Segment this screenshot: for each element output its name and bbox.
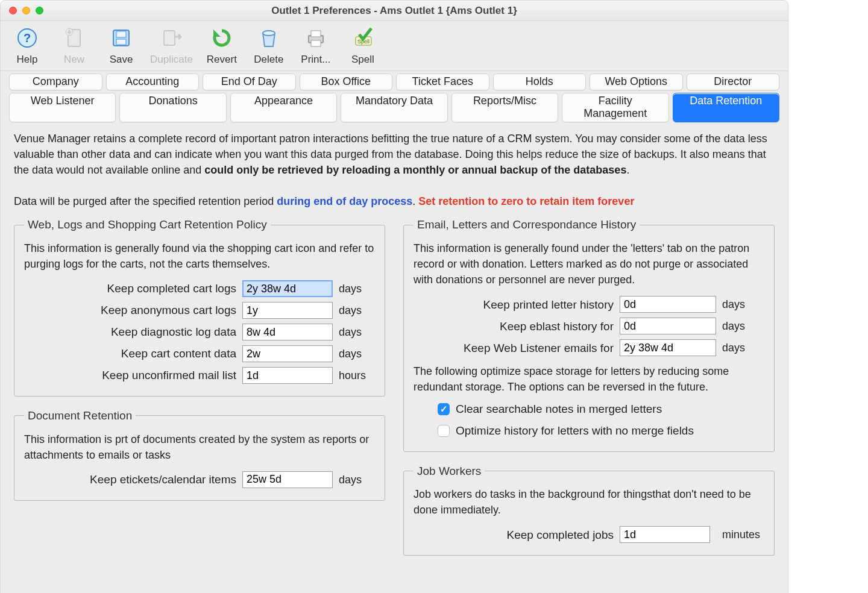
row-diagnostic-log: Keep diagnostic log data days: [24, 321, 375, 343]
checkbox-icon: [438, 425, 450, 437]
unit-unconfirmed-mail: hours: [339, 368, 375, 383]
row-anonymous-cart-logs: Keep anonymous cart logs days: [24, 300, 375, 321]
label-etickets: Keep etickets/calendar items: [24, 471, 236, 488]
checkbox-label: Optimize history for letters with no mer…: [456, 422, 694, 439]
tab-row-2: Web Listener Donations Appearance Mandat…: [9, 93, 779, 122]
delete-button[interactable]: Delete: [251, 25, 287, 66]
tab-accounting[interactable]: Accounting: [106, 74, 200, 90]
checkbox-label: Clear searchable notes in merged letters: [456, 401, 662, 418]
trash-icon: [256, 25, 282, 51]
print-button[interactable]: Print...: [298, 25, 334, 66]
help-button[interactable]: ? Help: [9, 25, 45, 66]
input-diagnostic-log[interactable]: [242, 324, 333, 340]
document-retention-desc: This information is prt of documents cre…: [24, 431, 375, 463]
tab-donations[interactable]: Donations: [119, 93, 226, 122]
content-pane: Venue Manager retains a complete record …: [1, 125, 788, 566]
row-eblast-history: Keep eblast history for days: [414, 315, 764, 337]
web-retention-group: Web, Logs and Shopping Cart Retention Po…: [14, 216, 385, 397]
input-cart-content[interactable]: [242, 345, 333, 362]
save-button[interactable]: Save: [103, 25, 139, 66]
preferences-window: Outlet 1 Preferences - Ams Outlet 1 {Ams…: [0, 0, 788, 593]
tab-box-office[interactable]: Box Office: [300, 74, 393, 90]
label-completed-jobs: Keep completed jobs: [414, 527, 614, 544]
unit-completed-jobs: minutes: [722, 527, 764, 542]
email-history-desc: This information is generally found unde…: [414, 240, 764, 287]
toolbar-label: New: [64, 54, 84, 66]
label-printed-letter: Keep printed letter history: [414, 296, 614, 313]
input-unconfirmed-mail[interactable]: [242, 367, 333, 384]
toolbar-label: Revert: [207, 54, 237, 66]
tab-reports-misc[interactable]: Reports/Misc: [451, 93, 558, 122]
intro-purge-a: Data will be purged after the specified …: [14, 195, 277, 207]
checkbox-clear-searchable[interactable]: Clear searchable notes in merged letters: [414, 398, 764, 420]
label-web-listener-emails: Keep Web Listener emails for: [414, 340, 614, 357]
toolbar-label: Duplicate: [150, 54, 193, 66]
unit-diagnostic-log: days: [339, 324, 375, 340]
job-workers-group: Job Workers Job workers do tasks in the …: [403, 463, 775, 556]
revert-button[interactable]: Revert: [204, 25, 240, 66]
toolbar: ? Help + New Save Duplicate Reve: [1, 21, 788, 71]
label-anonymous-cart-logs: Keep anonymous cart logs: [24, 302, 236, 319]
svg-point-9: [263, 31, 275, 36]
print-icon: [303, 25, 329, 51]
duplicate-icon: [158, 25, 184, 51]
svg-rect-8: [164, 31, 175, 45]
save-icon: [108, 25, 134, 51]
titlebar: Outlet 1 Preferences - Ams Outlet 1 {Ams…: [1, 1, 788, 21]
input-web-listener-emails[interactable]: [620, 339, 716, 356]
input-completed-cart-logs[interactable]: [242, 280, 333, 297]
intro-zero-warning: Set retention to zero to retain item for…: [418, 195, 634, 207]
tab-ticket-faces[interactable]: Ticket Faces: [396, 74, 489, 90]
input-etickets[interactable]: [242, 471, 333, 488]
label-completed-cart-logs: Keep completed cart logs: [24, 280, 236, 297]
intro-purge-c: .: [412, 195, 418, 207]
unit-web-listener-emails: days: [722, 340, 764, 356]
row-completed-cart-logs: Keep completed cart logs days: [24, 278, 375, 300]
input-eblast-history[interactable]: [620, 318, 716, 334]
input-completed-jobs[interactable]: [620, 526, 710, 543]
tab-director[interactable]: Director: [687, 74, 780, 90]
job-workers-desc: Job workers do tasks in the background f…: [414, 486, 764, 518]
web-retention-legend: Web, Logs and Shopping Cart Retention Po…: [24, 216, 271, 233]
tab-data-retention[interactable]: Data Retention: [673, 93, 779, 122]
help-icon: ?: [14, 25, 40, 51]
toolbar-label: Delete: [254, 54, 283, 66]
input-anonymous-cart-logs[interactable]: [242, 302, 333, 319]
intro-text: Venue Manager retains a complete record …: [14, 131, 775, 209]
input-printed-letter[interactable]: [620, 296, 716, 313]
label-cart-content: Keep cart content data: [24, 345, 236, 362]
checkbox-icon: [438, 403, 450, 415]
row-cart-content: Keep cart content data days: [24, 343, 375, 365]
tab-facility-mgmt[interactable]: Facility Management: [562, 93, 668, 122]
tab-holds[interactable]: Holds: [493, 74, 587, 90]
intro-text-c: .: [626, 164, 629, 176]
toolbar-label: Save: [110, 54, 133, 66]
svg-rect-11: [311, 31, 321, 37]
svg-rect-12: [311, 40, 321, 46]
revert-icon: [209, 25, 235, 51]
toolbar-label: Spell: [351, 54, 374, 66]
tabs: Company Accounting End Of Day Box Office…: [1, 71, 788, 122]
tab-end-of-day[interactable]: End Of Day: [203, 74, 296, 90]
intro-eod-link: during end of day process: [277, 195, 412, 207]
checkbox-optimize-history[interactable]: Optimize history for letters with no mer…: [414, 420, 764, 442]
tab-web-listener[interactable]: Web Listener: [9, 93, 116, 122]
tab-mandatory-data[interactable]: Mandatory Data: [341, 93, 447, 122]
duplicate-button: Duplicate: [150, 25, 193, 66]
spell-button[interactable]: Spell Spell: [345, 25, 381, 66]
email-history-legend: Email, Letters and Correspondance Histor…: [414, 216, 640, 233]
new-button: + New: [56, 25, 92, 66]
svg-rect-6: [116, 31, 126, 37]
job-workers-legend: Job Workers: [414, 463, 485, 480]
row-printed-letter: Keep printed letter history days: [414, 293, 764, 315]
toolbar-label: Print...: [301, 54, 330, 66]
tab-appearance[interactable]: Appearance: [230, 93, 337, 122]
tab-web-options[interactable]: Web Options: [590, 74, 683, 90]
web-retention-desc: This information is generally found via …: [24, 240, 375, 272]
new-doc-icon: +: [61, 25, 87, 51]
email-history-group: Email, Letters and Correspondance Histor…: [403, 216, 775, 451]
tab-company[interactable]: Company: [9, 74, 102, 90]
unit-anonymous-cart-logs: days: [339, 303, 375, 318]
window-title: Outlet 1 Preferences - Ams Outlet 1 {Ams…: [1, 5, 788, 17]
tab-row-1: Company Accounting End Of Day Box Office…: [9, 74, 779, 90]
